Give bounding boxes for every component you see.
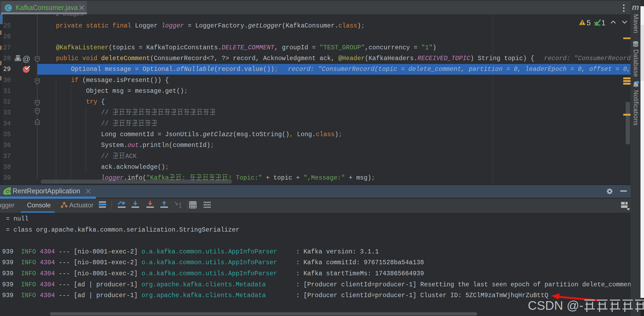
svg-text:C: C: [6, 5, 10, 11]
